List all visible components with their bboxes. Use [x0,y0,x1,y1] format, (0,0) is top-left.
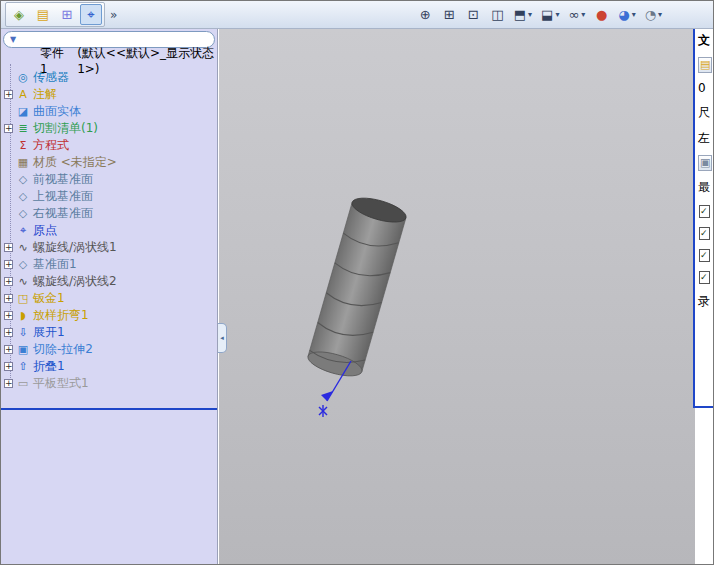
featuremanager-tab-icon: ◈ [14,7,24,22]
equations-icon: Σ [16,139,30,153]
sheet-metal-icon: ◳ [16,292,30,306]
tree-item-sheet-metal1[interactable]: ◳ 钣金1 [1,290,217,307]
right-plane-icon: ◇ [16,207,30,221]
tree-item-cut-extrude2[interactable]: ▣ 切除-拉伸2 [1,341,217,358]
featuremanager-panel: ▼ 零件1 (默认<<默认>_显示状态 1>) ◎ 传感器 [1,29,218,565]
expand-toggle-icon[interactable] [4,362,13,371]
tree-item-origin[interactable]: ⌖ 原点 [1,222,217,239]
view-settings-icon: ◔ [645,7,656,22]
feature-tree: 零件1 (默认<<默认>_显示状态 1>) ◎ 传感器 A 注解 [1,50,217,392]
configurationmanager-tab-icon: ⊞ [62,7,73,22]
filter-icon: ▼ [10,35,16,44]
propertymanager-tab-button[interactable]: ▤ [32,4,54,25]
expand-toggle-icon[interactable] [4,311,13,320]
tree-item-plane1[interactable]: ◇ 基准面1 [1,256,217,273]
graphics-area[interactable] [219,29,695,565]
unfold-icon: ⇩ [16,326,30,340]
zoom-in-out-button[interactable]: ⊕ [415,4,436,26]
section-view-button[interactable]: ◫ [487,4,508,26]
origin-icon: ⌖ [16,224,30,238]
front-plane-icon: ◇ [16,173,30,187]
hide-show-items-button[interactable]: ∞ [565,4,588,26]
expand-toggle-icon[interactable] [4,345,13,354]
tree-items: ◎ 传感器 A 注解 ◪ 曲面实体 ≣ [1,69,217,392]
panel-button-icon[interactable]: ▣ [698,156,712,170]
zoom-in-out-icon: ⊕ [420,7,431,22]
option-checkbox-4[interactable] [699,271,710,284]
tree-item-flat-pattern1[interactable]: ▭ 平板型式1 [1,375,217,392]
expand-toggle-icon[interactable] [4,90,13,99]
tree-item-helix2[interactable]: ∿ 螺旋线/涡状线2 [1,273,217,290]
tree-item-fold1[interactable]: ⇧ 折叠1 [1,358,217,375]
expand-toggle-icon[interactable] [4,379,13,388]
view-orientation-button[interactable]: ⬒ [511,4,535,26]
expand-toggle-icon[interactable] [4,124,13,133]
lofted-bend-icon: ◗ [16,309,30,323]
expand-toggle-icon[interactable] [4,243,13,252]
display-style-icon: ⬓ [541,7,553,22]
best-fit-label: 最 [698,179,710,196]
value-label: 0 [698,81,706,95]
tree-item-front-plane[interactable]: ◇ 前视基准面 [1,171,217,188]
zoom-to-fit-icon: ⊡ [468,7,479,22]
view-orientation-icon: ⬒ [514,7,526,22]
option-checkbox-2[interactable] [699,227,710,240]
heads-up-view-toolbar: ⊕ ⊞ ⊡ ◫ ⬒ ⬓ ∞ ● ◕ ◔ [415,4,665,26]
tree-item-helix1[interactable]: ∿ 螺旋线/涡状线1 [1,239,217,256]
propertymanager-tab-icon: ▤ [37,7,49,22]
view-settings-button[interactable]: ◔ [642,4,665,26]
panel-collapse-handle[interactable]: ◂ [218,323,227,353]
tree-item-lofted-bend1[interactable]: ◗ 放样折弯1 [1,307,217,324]
expand-toggle-icon[interactable] [4,294,13,303]
helix-icon: ∿ [16,275,30,289]
sensors-icon: ◎ [16,71,30,85]
tree-item-surface-bodies[interactable]: ◪ 曲面实体 [1,103,217,120]
material-icon: ▦ [16,156,30,170]
dimxpertmanager-tab-button[interactable]: ⌖ [80,4,102,25]
expand-toggle-icon[interactable] [4,277,13,286]
zoom-to-fit-button[interactable]: ⊡ [463,4,484,26]
option-checkbox-1[interactable] [699,205,710,218]
flat-pattern-icon: ▭ [16,377,30,391]
zoom-to-area-button[interactable]: ⊞ [439,4,460,26]
property-panel-clipped: 文 ▤ 0 尺 左 ▣ 最 录 [693,29,713,408]
record-label: 录 [698,293,710,310]
configurationmanager-tab-button[interactable]: ⊞ [56,4,78,25]
surface-bodies-icon: ◪ [16,105,30,119]
document-tab[interactable]: 文 [698,32,710,49]
left-label: 左 [698,130,710,147]
tree-root-part[interactable]: 零件1 (默认<<默认>_显示状态 1>) [1,52,217,69]
apply-scene-icon: ◕ [618,7,629,22]
hide-show-items-icon: ∞ [568,7,579,22]
tree-item-annotations[interactable]: A 注解 [1,86,217,103]
panel-tool-icon[interactable]: ▤ [698,58,712,72]
expand-toggle-icon[interactable] [4,260,13,269]
tree-item-sensors[interactable]: ◎ 传感器 [1,69,217,86]
dimension-label: 尺 [698,104,710,121]
top-plane-icon: ◇ [16,190,30,204]
featuremanager-tree-section: ▼ 零件1 (默认<<默认>_显示状态 1>) ◎ 传感器 [1,29,217,410]
apply-scene-button[interactable]: ◕ [615,4,638,26]
tree-item-material[interactable]: ▦ 材质 <未指定> [1,154,217,171]
cut-extrude-icon: ▣ [16,343,30,357]
edit-appearance-icon: ● [596,7,607,22]
panel-tab-group: ◈ ▤ ⊞ ⌖ [5,2,105,27]
section-view-icon: ◫ [491,7,503,22]
tree-item-right-plane[interactable]: ◇ 右视基准面 [1,205,217,222]
toolbar-overflow-button[interactable]: » [110,8,117,22]
tree-item-equations[interactable]: Σ 方程式 [1,137,217,154]
featuremanager-tab-button[interactable]: ◈ [8,4,30,25]
edit-appearance-button[interactable]: ● [591,4,612,26]
plane-icon: ◇ [16,258,30,272]
annotations-icon: A [16,88,30,102]
tree-item-cut-list[interactable]: ≣ 切割清单(1) [1,120,217,137]
tree-item-top-plane[interactable]: ◇ 上视基准面 [1,188,217,205]
display-style-button[interactable]: ⬓ [538,4,562,26]
tree-item-unfold1[interactable]: ⇩ 展开1 [1,324,217,341]
helix-icon: ∿ [16,241,30,255]
solidworks-window: ◈ ▤ ⊞ ⌖ » ⊕ ⊞ ⊡ ◫ ⬒ [0,0,714,565]
model-cylinder[interactable] [267,189,467,429]
expand-toggle-icon[interactable] [4,328,13,337]
cut-list-icon: ≣ [16,122,30,136]
option-checkbox-3[interactable] [699,249,710,262]
